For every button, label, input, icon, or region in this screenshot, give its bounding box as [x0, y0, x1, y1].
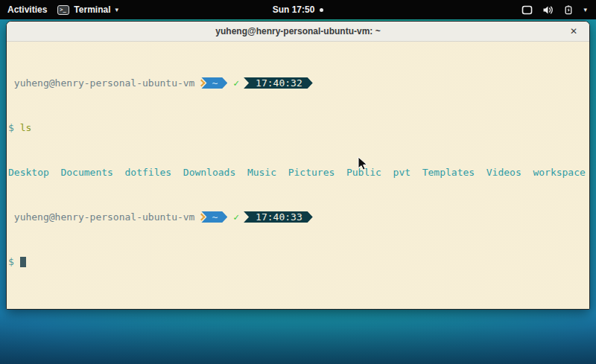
window-titlebar[interactable]: yuheng@henry-personal-ubuntu-vm: ~ ✕ — [7, 22, 589, 42]
terminal-content[interactable]: yuheng@henry-personal-ubuntu-vm ~ ✓ 17:4… — [7, 42, 589, 310]
terminal-window: yuheng@henry-personal-ubuntu-vm: ~ ✕ yuh… — [6, 21, 590, 310]
app-menu-button[interactable]: >_ Terminal ▾ — [57, 4, 118, 15]
prompt-user-host: yuheng@henry-personal-ubuntu-vm — [8, 211, 194, 223]
gnome-top-bar: Activities >_ Terminal ▾ Sun 17:50 ▾ — [0, 0, 596, 19]
prompt-line: yuheng@henry-personal-ubuntu-vm ~ ✓ 17:4… — [8, 77, 588, 89]
prompt-path-segment: ~ — [201, 211, 227, 223]
volume-icon — [542, 5, 554, 15]
clock-button[interactable]: Sun 17:50 — [273, 4, 315, 15]
prompt-dollar: $ — [8, 256, 14, 267]
prompt-path-segment: ~ — [201, 77, 227, 89]
screen-icon — [522, 5, 533, 15]
battery-charging-icon — [563, 5, 574, 15]
text-cursor — [20, 257, 26, 267]
terminal-app-icon: >_ — [57, 5, 69, 15]
command-line: $ ls — [8, 122, 588, 133]
window-title: yuheng@henry-personal-ubuntu-vm: ~ — [215, 26, 380, 36]
prompt-user-host: yuheng@henry-personal-ubuntu-vm — [8, 77, 194, 89]
prompt-dollar: $ — [8, 122, 14, 133]
chevron-down-icon: ▾ — [115, 6, 118, 13]
close-button[interactable]: ✕ — [567, 25, 580, 38]
notification-dot-icon — [320, 8, 323, 12]
activities-button[interactable]: Activities — [7, 4, 47, 15]
status-check-icon: ✓ — [233, 211, 239, 223]
status-check-icon: ✓ — [233, 77, 239, 89]
prompt-time-segment: 17:40:32 — [244, 77, 313, 89]
app-menu-label: Terminal — [74, 4, 110, 15]
system-menu-chevron-icon: ▾ — [583, 6, 587, 13]
prompt-time-segment: 17:40:33 — [244, 211, 313, 223]
typed-command: ls — [20, 122, 32, 133]
active-input-line[interactable]: $ — [8, 256, 588, 267]
system-status-area[interactable]: ▾ — [522, 5, 596, 15]
prompt-line: yuheng@henry-personal-ubuntu-vm ~ ✓ 17:4… — [8, 211, 588, 223]
directory-list: Desktop Documents dotfiles Downloads Mus… — [8, 167, 588, 178]
